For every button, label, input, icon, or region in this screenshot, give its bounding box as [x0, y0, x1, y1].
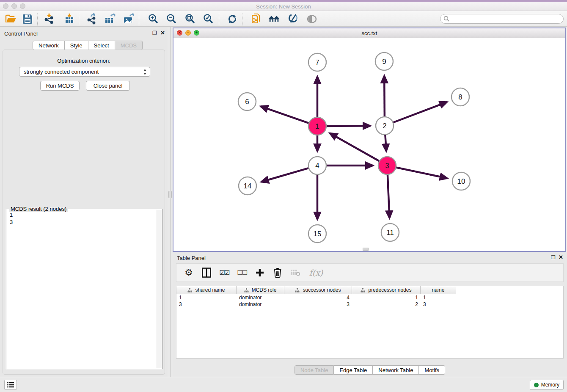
graph-edge-3-10[interactable] — [395, 167, 447, 178]
graph-edge-4-14[interactable] — [261, 168, 310, 182]
select-all-icon[interactable]: ☑☑ — [219, 267, 230, 278]
column-header-name[interactable]: name — [421, 286, 456, 294]
search-icon — [443, 16, 450, 22]
float-panel-icon[interactable]: ❐ — [152, 30, 157, 36]
zoom-selected-icon[interactable] — [202, 13, 215, 25]
close-panel-button[interactable]: Close panel — [86, 81, 130, 91]
column-header-shared-name[interactable]: shared name — [176, 286, 237, 294]
graph-edge-1-6[interactable] — [261, 106, 310, 124]
search-box[interactable] — [440, 14, 564, 24]
table-panel: Table Panel ❐ ✕ ⚙ ☑☑ ☐☐ f(x) shared name — [173, 252, 567, 377]
show-columns-icon[interactable] — [201, 267, 212, 278]
column-header-predecessor-nodes[interactable]: predecessor nodes — [352, 286, 421, 294]
toolbar-separator — [242, 13, 242, 25]
cell-mcds-role[interactable]: dominator — [237, 294, 284, 301]
function-builder-icon: f(x) — [308, 267, 325, 278]
export-network-icon[interactable] — [85, 13, 98, 25]
clone-network-icon[interactable] — [250, 13, 262, 25]
network-window: ✕ − + scc.txt 7968124314101511 — [173, 28, 566, 252]
cell-predecessor-nodes[interactable]: 1 — [352, 294, 421, 301]
run-mcds-button[interactable]: Run MCDS — [40, 81, 80, 91]
close-table-panel-icon[interactable]: ✕ — [559, 254, 563, 260]
graph-node-label-1: 1 — [315, 122, 319, 130]
style-toggle-icon[interactable] — [287, 13, 300, 25]
select-spinner-icon — [143, 69, 147, 75]
tab-network-table[interactable]: Network Table — [373, 365, 419, 375]
save-session-icon[interactable] — [21, 13, 34, 25]
deselect-all-icon[interactable]: ☐☐ — [237, 267, 248, 278]
panel-splitter-handle[interactable] — [168, 191, 172, 198]
apply-layout-icon[interactable] — [226, 13, 239, 25]
graph-node-label-11: 11 — [386, 229, 394, 237]
graph-edge-3-11[interactable] — [388, 174, 390, 218]
graph-node-label-8: 8 — [458, 93, 462, 101]
toolbar-separator — [139, 13, 139, 25]
tab-edge-table[interactable]: Edge Table — [334, 365, 373, 375]
graph-node-label-14: 14 — [244, 182, 252, 190]
graph-edge-2-3[interactable] — [385, 134, 386, 151]
graph-node-label-6: 6 — [245, 98, 249, 106]
search-input[interactable] — [451, 15, 563, 23]
delete-row-trash-icon[interactable] — [272, 267, 283, 278]
graph-edge-1-2[interactable] — [325, 126, 370, 126]
open-session-icon[interactable] — [4, 13, 17, 25]
import-network-icon[interactable] — [43, 13, 56, 25]
network-resize-grip[interactable] — [363, 248, 369, 251]
table-panel-title: Table Panel — [177, 255, 206, 261]
column-header-successor-nodes[interactable]: successor nodes — [284, 286, 352, 294]
graph-node-label-10: 10 — [457, 177, 465, 185]
tab-select[interactable]: Select — [88, 41, 115, 50]
app-titlebar: Session: New Session — [0, 0, 567, 11]
toolbar-separator — [219, 13, 219, 25]
table-row[interactable]: 1 dominator 4 1 1 — [176, 294, 563, 301]
network-window-titlebar[interactable]: ✕ − + scc.txt — [173, 28, 565, 38]
task-history-button[interactable] — [4, 380, 17, 390]
graph-node-label-3: 3 — [385, 162, 389, 170]
graph-edge-3-1[interactable] — [330, 133, 380, 162]
home-networks-icon[interactable] — [268, 13, 281, 25]
cell-predecessor-nodes[interactable]: 2 — [352, 301, 421, 308]
toolbar-separator — [37, 13, 38, 25]
cell-shared-name[interactable]: 3 — [176, 301, 237, 308]
cell-successor-nodes[interactable]: 4 — [284, 294, 352, 301]
float-table-panel-icon[interactable]: ❐ — [551, 254, 556, 260]
import-table-icon[interactable] — [63, 13, 76, 25]
cell-name[interactable]: 1 — [421, 294, 456, 301]
column-header-mcds-role[interactable]: MCDS role — [237, 286, 284, 294]
tab-node-table[interactable]: Node Table — [295, 365, 334, 375]
table-settings-gear-icon[interactable]: ⚙ — [183, 267, 194, 278]
mcds-result-box: MCDS result (2 nodes) 1 3 — [6, 209, 162, 369]
cell-mcds-role[interactable]: dominator — [237, 301, 284, 308]
tab-style[interactable]: Style — [65, 41, 88, 50]
cell-shared-name[interactable]: 1 — [176, 294, 237, 301]
toolbar-separator — [79, 13, 79, 25]
graph-node-label-4: 4 — [315, 162, 319, 170]
list-icon — [7, 381, 14, 388]
network-title: scc.txt — [173, 30, 565, 36]
tab-motifs[interactable]: Motifs — [419, 365, 445, 375]
table-row[interactable]: 3 dominator 3 2 3 — [176, 301, 563, 308]
graph-edge-2-8[interactable] — [392, 102, 447, 123]
memory-button[interactable]: Memory — [530, 380, 564, 390]
cell-successor-nodes[interactable]: 3 — [284, 301, 352, 308]
zoom-fit-icon[interactable] — [184, 13, 196, 25]
tab-network[interactable]: Network — [33, 41, 65, 50]
graph-edge-2-9[interactable] — [384, 76, 385, 118]
export-image-icon[interactable] — [123, 13, 135, 25]
control-panel-title: Control Panel — [4, 30, 38, 37]
add-row-icon[interactable] — [254, 267, 265, 278]
zoom-in-icon[interactable] — [147, 13, 160, 25]
network-canvas[interactable]: 7968124314101511 — [173, 38, 565, 251]
mcds-result-scrollbar[interactable] — [157, 210, 162, 368]
session-title: Session: New Session — [0, 3, 567, 10]
mcds-result-line: 3 — [10, 218, 162, 226]
panel-splitter[interactable] — [170, 27, 171, 377]
cell-name[interactable]: 3 — [421, 301, 456, 308]
export-table-icon[interactable] — [104, 13, 117, 25]
tab-mcds[interactable]: MCDS — [115, 41, 143, 50]
eye-icon[interactable] — [306, 13, 318, 25]
close-panel-icon[interactable]: ✕ — [160, 30, 165, 36]
zoom-out-icon[interactable] — [165, 13, 178, 25]
criterion-select[interactable]: strongly connected component — [19, 67, 150, 77]
graph-node-label-7: 7 — [315, 58, 319, 66]
